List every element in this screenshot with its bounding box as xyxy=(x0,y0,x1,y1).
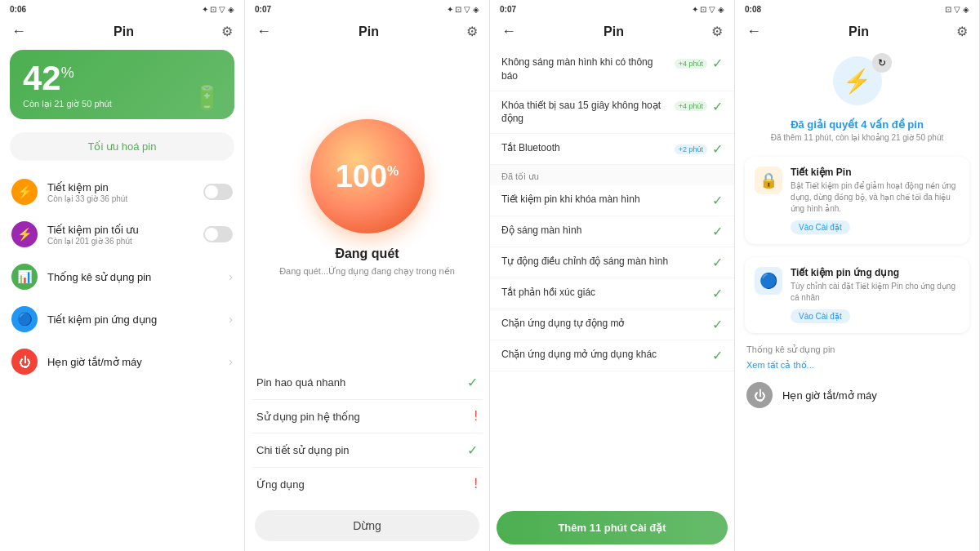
p4-menu-henggio[interactable]: ⏻ Hẹn giờ tắt/mở máy xyxy=(735,374,979,416)
menu-sub-2: Còn lại 201 giờ 36 phút xyxy=(47,237,194,246)
gear-icon-1[interactable]: ⚙ xyxy=(221,24,233,39)
p4-hero: ⚡ ↻ Đã giải quyết 4 vấn đề pin Đã thêm 1… xyxy=(735,43,979,150)
panel-3: 0:07 ✦ ⊡ ▽ ◈ ← Pin ⚙ Không sáng màn hình… xyxy=(490,0,735,551)
chevron-icon: › xyxy=(229,270,233,283)
scan-items: Pin hao quá nhanh ✓ Sử dụng pin hệ thống… xyxy=(245,366,489,500)
gear-icon-4[interactable]: ⚙ xyxy=(956,24,968,39)
status-time-4: 0:08 xyxy=(745,5,761,14)
optimize-button[interactable]: Tối ưu hoá pin xyxy=(10,132,234,161)
check-p3-3: ✓ xyxy=(712,141,723,157)
card1-desc: Bật Tiết kiệm pin để giảm hoạt động nền … xyxy=(791,180,960,215)
menu-item-tiemkiempin-toiuu[interactable]: ⚡ Tiết kiệm pin tối ưu Còn lại 201 giờ 3… xyxy=(0,213,244,256)
status-bar-2: 0:07 ✦ ⊡ ▽ ◈ xyxy=(245,0,489,18)
card2-btn[interactable]: Vào Cài đặt xyxy=(791,309,850,323)
menu-title-4: Tiết kiệm pin ứng dụng xyxy=(47,313,219,326)
top-bar-4: ← Pin ⚙ xyxy=(735,18,979,43)
p3-item-2[interactable]: Khóa thiết bị sau 15 giây không hoạt độn… xyxy=(490,91,734,135)
scan-item-3: Chi tiết sử dụng pin ✓ xyxy=(252,433,483,468)
status-bar-4: 0:08 ⊡ ▽ ◈ xyxy=(735,0,979,18)
battery-hero-container: ⚡ ↻ xyxy=(833,56,882,112)
status-time-1: 0:06 xyxy=(10,5,26,14)
card1-title: Tiết kiệm Pin xyxy=(791,167,960,178)
toggle-tiemkiempin[interactable] xyxy=(203,184,233,200)
page-title-2: Pin xyxy=(359,24,379,39)
badge-1: +4 phút xyxy=(675,59,707,69)
check-opt-4: ✓ xyxy=(712,286,723,301)
p3-opt-1[interactable]: Tiết kiệm pin khi khóa màn hình ✓ xyxy=(490,185,734,216)
gear-icon-2[interactable]: ⚙ xyxy=(466,24,478,39)
menu-item-ungdung[interactable]: 🔵 Tiết kiệm pin ứng dụng › xyxy=(0,298,244,340)
page-title-4: Pin xyxy=(849,24,869,39)
scan-area: 100% Đang quét Đang quét...Ứng dụng đang… xyxy=(245,43,489,353)
check-opt-1: ✓ xyxy=(712,193,723,208)
battery-icon: 🔋 xyxy=(193,84,221,111)
p3-opt-2[interactable]: Độ sáng màn hình ✓ xyxy=(490,216,734,247)
check-opt-6: ✓ xyxy=(712,348,723,363)
back-button-1[interactable]: ← xyxy=(11,23,26,40)
p4-menu-title: Hẹn giờ tắt/mở máy xyxy=(782,389,877,402)
p3-opt-5[interactable]: Chặn ứng dụng tự động mở ✓ xyxy=(490,309,734,340)
menu-title-5: Hẹn giờ tắt/mở máy xyxy=(47,356,219,368)
panel-1: 0:06 ✦ ⊡ ▽ ◈ ← Pin ⚙ 42% Còn lại 21 giờ … xyxy=(0,0,245,551)
toggle-tiemkiempin-toiuu[interactable] xyxy=(203,226,233,242)
add-minutes-button[interactable]: Thêm 11 phút Cài đặt xyxy=(497,511,728,544)
warn-icon-2: ! xyxy=(474,477,478,491)
check-opt-5: ✓ xyxy=(712,317,723,332)
card2-title: Tiết kiệm pin ứng dụng xyxy=(791,267,960,278)
status-bar-3: 0:07 ✦ ⊡ ▽ ◈ xyxy=(490,0,734,18)
back-button-4[interactable]: ← xyxy=(746,23,761,40)
menu-item-henggio[interactable]: ⏻ Hẹn giờ tắt/mở máy › xyxy=(0,340,244,383)
tiemkiempin-toiuu-icon: ⚡ xyxy=(11,221,38,247)
check-p3-1: ✓ xyxy=(712,56,723,71)
panel-4: 0:08 ⊡ ▽ ◈ ← Pin ⚙ ⚡ ↻ Đã giải quyết 4 v… xyxy=(735,0,980,551)
stop-button[interactable]: Dừng xyxy=(255,510,479,541)
card2-desc: Tùy chỉnh cài đặt Tiết kiệm Pin cho ứng … xyxy=(791,281,960,304)
warn-icon-1: ! xyxy=(474,409,478,424)
status-icons-1: ✦ ⊡ ▽ ◈ xyxy=(202,5,234,14)
page-title-3: Pin xyxy=(604,24,624,39)
status-time-3: 0:07 xyxy=(500,5,516,14)
solved-label: Đã giải quyết 4 vấn đề pin xyxy=(791,118,924,131)
p4-section-label: Thống kê sử dụng pin xyxy=(735,340,979,357)
p3-item-bluetooth[interactable]: Tắt Bluetooth +2 phút ✓ xyxy=(490,134,734,165)
p3-item-1[interactable]: Không sáng màn hình khi có thông báo +4 … xyxy=(490,48,734,91)
check-icon-2: ✓ xyxy=(467,442,478,458)
p3-opt-3[interactable]: Tự động điều chỉnh độ sáng màn hình ✓ xyxy=(490,247,734,278)
scanning-sub: Đang quét...Ứng dụng đang chạy trong nền xyxy=(279,266,455,277)
tiemkiempin-icon: ⚡ xyxy=(11,179,38,205)
panel-2: 0:07 ✦ ⊡ ▽ ◈ ← Pin ⚙ 100% Đang quét Đang… xyxy=(245,0,490,551)
back-button-3[interactable]: ← xyxy=(501,23,516,40)
gear-icon-3[interactable]: ⚙ xyxy=(711,24,723,39)
p3-opt-6[interactable]: Chặn ứng dụng mở ứng dụng khác ✓ xyxy=(490,340,734,371)
top-bar-2: ← Pin ⚙ xyxy=(245,18,489,43)
menu-list-1: ⚡ Tiết kiệm pin Còn lại 33 giờ 36 phút ⚡… xyxy=(0,167,244,551)
scan-item-2: Sử dụng pin hệ thống ! xyxy=(252,400,483,433)
section-label-p3: Đã tối ưu xyxy=(490,165,734,185)
page-title-1: Pin xyxy=(114,24,134,39)
card1-btn[interactable]: Vào Cài đặt xyxy=(791,220,850,234)
status-icons-2: ✦ ⊡ ▽ ◈ xyxy=(447,5,479,14)
ungdung-icon: 🔵 xyxy=(11,306,38,332)
p4-henggio-icon: ⏻ xyxy=(746,382,773,408)
badge-2: +4 phút xyxy=(675,101,707,111)
henggio-icon: ⏻ xyxy=(11,349,38,375)
status-bar-1: 0:06 ✦ ⊡ ▽ ◈ xyxy=(0,0,244,18)
scan-circle: 100% xyxy=(310,119,425,233)
check-opt-2: ✓ xyxy=(712,224,723,239)
top-bar-3: ← Pin ⚙ xyxy=(490,18,734,43)
p3-list: Không sáng màn hình khi có thông báo +4 … xyxy=(490,43,734,504)
status-icons-3: ✦ ⊡ ▽ ◈ xyxy=(692,5,724,14)
p4-view-all-link[interactable]: Xem tất cả thố... xyxy=(735,357,979,374)
check-opt-3: ✓ xyxy=(712,255,723,270)
check-icon-1: ✓ xyxy=(467,375,478,390)
scan-item-4: Ứng dụng ! xyxy=(252,468,483,500)
battery-card: 42% Còn lại 21 giờ 50 phút 🔋 xyxy=(10,50,234,119)
battery-time: Còn lại 21 giờ 50 phút xyxy=(23,99,221,109)
menu-item-tiemkiempin[interactable]: ⚡ Tiết kiệm pin Còn lại 33 giờ 36 phút xyxy=(0,171,244,213)
chevron-icon-2: › xyxy=(229,313,233,326)
scan-item-1: Pin hao quá nhanh ✓ xyxy=(252,366,483,400)
p3-opt-4[interactable]: Tắt phản hồi xúc giác ✓ xyxy=(490,278,734,309)
p4-card-1: 🔒 Tiết kiệm Pin Bật Tiết kiệm pin để giả… xyxy=(745,157,969,244)
menu-item-thongke[interactable]: 📊 Thống kê sử dụng pin › xyxy=(0,256,244,298)
back-button-2[interactable]: ← xyxy=(256,23,271,40)
